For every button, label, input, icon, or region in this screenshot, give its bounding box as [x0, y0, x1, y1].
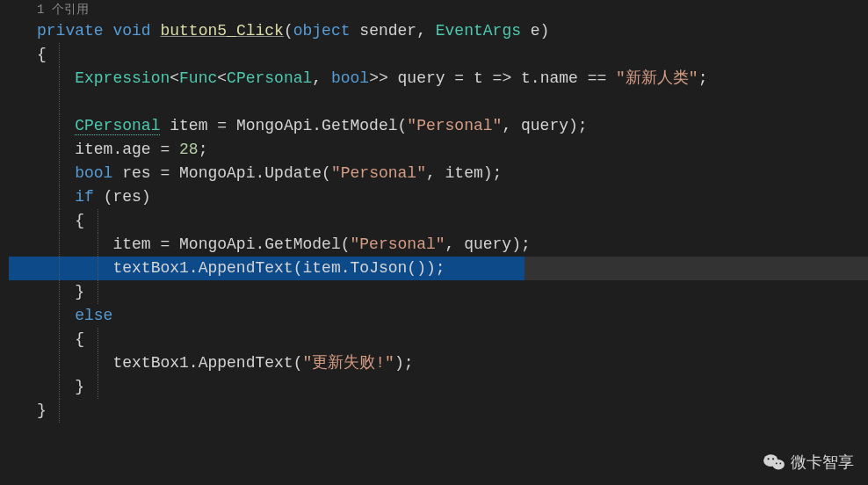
code-line[interactable]: else [9, 304, 868, 328]
svg-point-5 [779, 462, 781, 464]
svg-point-1 [772, 460, 785, 469]
punct: . [531, 69, 540, 87]
keyword: object [293, 22, 351, 40]
keyword: void [112, 22, 150, 40]
type: Func [179, 69, 217, 87]
paren: ) [511, 235, 521, 253]
brace: { [75, 212, 84, 229]
code-line[interactable]: if (res) [9, 185, 868, 209]
punct: == [578, 69, 616, 87]
punct: , [312, 69, 331, 87]
code-line[interactable]: private void button5_Click(object sender… [9, 19, 868, 43]
paren: ( [293, 259, 303, 277]
code-line[interactable]: } [9, 399, 868, 423]
code-line[interactable]: { [9, 209, 868, 233]
punct: < [217, 69, 227, 87]
paren: ) [394, 354, 404, 372]
type: CPersonal [75, 117, 160, 135]
class: MongoApi [179, 235, 255, 253]
string: "Personal" [351, 235, 445, 253]
property: name [540, 69, 578, 87]
code-line-highlighted[interactable]: textBox1.AppendText(item.ToJson()); [9, 257, 868, 280]
variable: item [445, 164, 483, 182]
string: "Personal" [331, 164, 426, 182]
code-editor[interactable]: 1 个引用 private void button5_Click(object … [0, 0, 868, 485]
code-line[interactable]: { [9, 328, 868, 351]
code-line[interactable]: bool res = MongoApi.Update("Personal", i… [9, 162, 868, 185]
paren: ) [540, 22, 550, 40]
paren: ( [284, 22, 293, 40]
class: MongoApi [236, 117, 312, 134]
paren: ( [322, 164, 331, 182]
code-line[interactable]: } [9, 280, 868, 304]
punct: , [502, 117, 521, 134]
code-line[interactable]: } [9, 375, 868, 399]
punct: >> [369, 69, 397, 87]
punct: ; [698, 69, 708, 87]
punct: = [151, 164, 179, 182]
variable: res [112, 188, 141, 206]
code-line[interactable]: item = MongoApi.GetModel("Personal", que… [9, 233, 868, 257]
paren: ) [568, 117, 578, 134]
punct: = [151, 141, 179, 158]
codelens-references[interactable]: 1 个引用 [9, 0, 868, 19]
punct: ; [199, 141, 208, 158]
variable: item [303, 259, 341, 277]
punct: , [416, 22, 436, 40]
punct: ; [521, 235, 531, 253]
param: e [531, 22, 540, 40]
paren: ) [483, 164, 493, 182]
method: ToJson [351, 259, 408, 277]
keyword: else [75, 307, 112, 324]
brace: } [75, 378, 84, 395]
variable: query [398, 69, 445, 87]
watermark: 微卡智享 [763, 452, 854, 473]
punct: => [483, 69, 521, 87]
code-line[interactable]: Expression<Func<CPersonal, bool>> query … [9, 67, 868, 90]
punct: . [189, 354, 199, 372]
code-line[interactable]: CPersonal item = MongoApi.GetModel("Pers… [9, 114, 868, 138]
paren: ) [426, 259, 436, 277]
variable: textBox1 [112, 354, 188, 372]
svg-point-3 [772, 458, 774, 460]
paren: ( [341, 235, 351, 253]
paren: ( [293, 354, 303, 372]
paren: () [407, 259, 426, 277]
string: "新新人类" [616, 69, 698, 87]
code-line[interactable]: textBox1.AppendText("更新失败!"); [9, 351, 868, 375]
paren: ( [398, 117, 408, 134]
wechat-icon [763, 452, 785, 472]
punct: < [170, 69, 179, 87]
method: AppendText [199, 259, 293, 277]
punct: . [312, 117, 322, 134]
code-line[interactable]: item.age = 28; [9, 138, 868, 162]
brace: } [75, 283, 84, 300]
variable: textBox1 [112, 259, 188, 277]
punct: . [189, 259, 199, 277]
punct: = [207, 117, 235, 134]
punct: . [255, 164, 264, 182]
string: "更新失败!" [303, 354, 394, 372]
keyword: bool [331, 69, 369, 87]
punct: , [426, 164, 445, 182]
punct: . [112, 141, 122, 158]
number: 28 [179, 141, 199, 158]
property: age [122, 141, 150, 158]
method: Update [264, 164, 322, 182]
punct: = [151, 235, 179, 253]
punct: . [341, 259, 351, 277]
code-line[interactable]: { [9, 43, 868, 67]
type: CPersonal [227, 69, 312, 87]
variable: item [170, 117, 207, 134]
brace: { [75, 330, 84, 348]
code-line[interactable] [9, 90, 868, 114]
brace: { [37, 46, 47, 63]
keyword: bool [75, 164, 112, 182]
paren: ( [104, 188, 113, 206]
variable: item [75, 141, 112, 158]
watermark-text: 微卡智享 [791, 452, 854, 473]
punct: = [445, 69, 474, 87]
keyword: if [75, 188, 94, 206]
punct: ; [404, 354, 414, 372]
punct: ; [578, 117, 588, 134]
